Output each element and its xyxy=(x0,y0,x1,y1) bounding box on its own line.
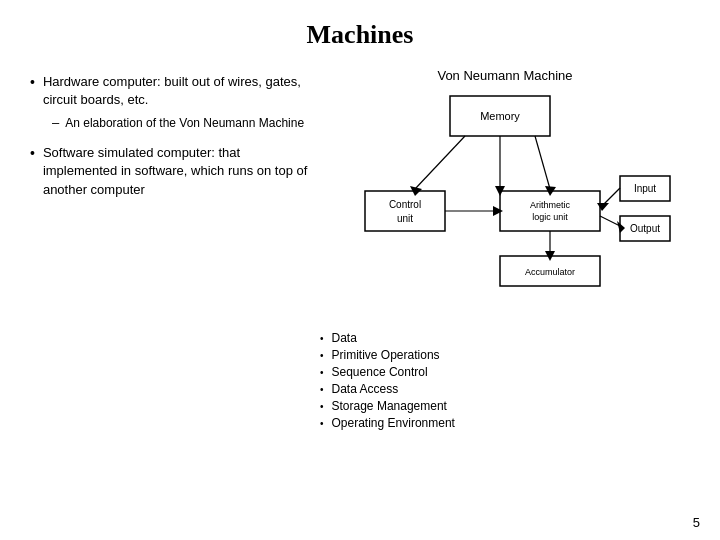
list-bullet-2: • xyxy=(320,350,324,361)
page-number: 5 xyxy=(693,515,700,530)
von-neumann-diagram: Memory Control unit Arithmetic logic uni… xyxy=(335,91,675,321)
bullet-text-1: Hardware computer: built out of wires, g… xyxy=(43,73,310,109)
list-item-1: • Data xyxy=(320,331,660,345)
svg-text:unit: unit xyxy=(397,213,413,224)
right-column: Von Neumann Machine Memory Control unit … xyxy=(320,68,690,433)
list-text-3: Sequence Control xyxy=(332,365,428,379)
list-bullet-6: • xyxy=(320,418,324,429)
sub-bullet-1: – An elaboration of the Von Neumann Mach… xyxy=(52,115,310,132)
bullet-dot-1: • xyxy=(30,74,35,90)
list-item-2: • Primitive Operations xyxy=(320,348,660,362)
list-bullet-3: • xyxy=(320,367,324,378)
svg-text:Accumulator: Accumulator xyxy=(525,267,575,277)
list-bullet-1: • xyxy=(320,333,324,344)
svg-text:Arithmetic: Arithmetic xyxy=(530,200,571,210)
list-item-5: • Storage Management xyxy=(320,399,660,413)
svg-text:logic unit: logic unit xyxy=(532,212,568,222)
slide-title: Machines xyxy=(30,20,690,50)
svg-line-16 xyxy=(415,136,465,189)
sub-text-1: An elaboration of the Von Neumann Machin… xyxy=(65,115,304,132)
svg-text:Control: Control xyxy=(389,199,421,210)
svg-text:Input: Input xyxy=(634,183,656,194)
list-item-3: • Sequence Control xyxy=(320,365,660,379)
list-bullet-5: • xyxy=(320,401,324,412)
list-item-4: • Data Access xyxy=(320,382,660,396)
list-text-6: Operating Environment xyxy=(332,416,455,430)
svg-text:Output: Output xyxy=(630,223,660,234)
bullet-item-1: • Hardware computer: built out of wires,… xyxy=(30,73,310,132)
svg-line-26 xyxy=(535,136,550,189)
bullet-item-2: • Software simulated computer: that impl… xyxy=(30,144,310,199)
diagram-container: Memory Control unit Arithmetic logic uni… xyxy=(335,91,675,321)
list-text-4: Data Access xyxy=(332,382,399,396)
von-neumann-label: Von Neumann Machine xyxy=(320,68,690,83)
bullet-main-2: • Software simulated computer: that impl… xyxy=(30,144,310,199)
slide: Machines • Hardware computer: built out … xyxy=(0,0,720,540)
list-item-6: • Operating Environment xyxy=(320,416,660,430)
list-text-2: Primitive Operations xyxy=(332,348,440,362)
svg-rect-5 xyxy=(500,191,600,231)
list-text-5: Storage Management xyxy=(332,399,447,413)
svg-rect-2 xyxy=(365,191,445,231)
bullet-dot-2: • xyxy=(30,145,35,161)
left-column: • Hardware computer: built out of wires,… xyxy=(30,68,310,433)
svg-text:Memory: Memory xyxy=(480,110,520,122)
bullet-main-1: • Hardware computer: built out of wires,… xyxy=(30,73,310,109)
bullet-text-2: Software simulated computer: that implem… xyxy=(43,144,310,199)
bottom-list: • Data • Primitive Operations • Sequence… xyxy=(320,331,660,433)
list-bullet-4: • xyxy=(320,384,324,395)
list-text-1: Data xyxy=(332,331,357,345)
sub-dash-1: – xyxy=(52,115,59,130)
content-area: • Hardware computer: built out of wires,… xyxy=(30,68,690,433)
